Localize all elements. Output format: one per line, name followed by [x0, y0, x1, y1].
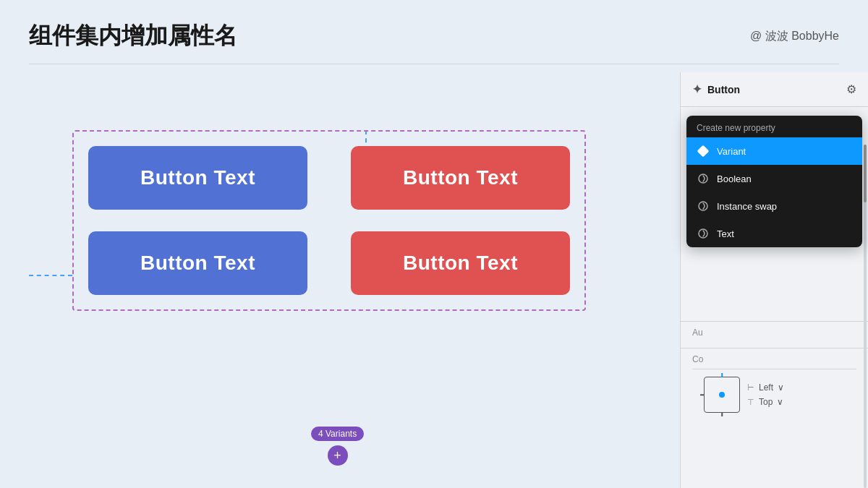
panel-scrollbar[interactable]: [864, 145, 867, 488]
layout-box: [704, 377, 740, 413]
section-co-label: Co: [692, 354, 856, 364]
component-name-label: Button: [707, 84, 740, 95]
header-divider: [29, 64, 839, 64]
dropdown-menu: Create new property Variant Boolean: [686, 116, 862, 247]
panel-scrollbar-thumb: [864, 145, 867, 202]
page-title: 组件集内增加属性名: [29, 20, 237, 52]
button-blue-1[interactable]: Button Text: [88, 146, 307, 210]
component-name-row: ✦ Button: [692, 82, 740, 96]
layout-left-control[interactable]: ⊢ Left ∨: [747, 382, 784, 393]
panel-header: ✦ Button ⚙: [681, 72, 868, 107]
button-red-1[interactable]: Button Text: [351, 146, 570, 210]
layout-center-dot: [719, 392, 725, 398]
top-icon: ⊤: [747, 398, 754, 407]
dropdown-item-variant[interactable]: Variant: [686, 137, 862, 165]
layout-controls: ⊢ Left ∨ ⊤ Top ∨: [692, 369, 856, 420]
top-label: Top: [759, 397, 773, 407]
left-label: Left: [759, 382, 773, 393]
dropdown-item-instance-swap[interactable]: Instance swap: [686, 192, 862, 220]
canvas-area: Button Text Button Text Button Text Butt…: [29, 72, 694, 459]
top-chevron-icon: ∨: [777, 397, 783, 407]
variants-badge: 4 Variants: [311, 427, 364, 441]
component-group: Button Text Button Text Button Text Butt…: [72, 130, 586, 311]
author-label: @ 波波 BobbyHe: [750, 29, 839, 44]
component-icon: ✦: [692, 82, 702, 96]
left-icon: ⊢: [747, 383, 754, 393]
text-icon: [697, 227, 710, 240]
dropdown-title: Create new property: [686, 116, 862, 137]
button-red-2[interactable]: Button Text: [351, 231, 570, 295]
button-blue-2[interactable]: Button Text: [88, 231, 307, 295]
instance-swap-label: Instance swap: [717, 201, 777, 212]
section-au-label: Au: [692, 328, 856, 338]
left-chevron-icon: ∨: [778, 382, 784, 393]
add-variant-button[interactable]: +: [328, 445, 348, 466]
boolean-icon: [697, 172, 710, 185]
boolean-label: Boolean: [717, 174, 752, 184]
layout-controls-right: ⊢ Left ∨ ⊤ Top ∨: [747, 382, 784, 407]
header: 组件集内增加属性名 @ 波波 BobbyHe: [0, 0, 868, 64]
dropdown-item-text[interactable]: Text: [686, 220, 862, 247]
variant-label: Variant: [717, 146, 746, 157]
panel-section-au: Au: [681, 321, 868, 348]
right-panel: ✦ Button ⚙ Properties + ty sta Create ne…: [680, 72, 868, 488]
layout-top-control[interactable]: ⊤ Top ∨: [747, 397, 784, 407]
text-label: Text: [717, 228, 734, 239]
settings-icon[interactable]: ⚙: [846, 82, 856, 96]
diamond-icon: [697, 145, 710, 158]
properties-section: Properties + ty sta Create new property …: [681, 107, 868, 176]
dropdown-item-boolean[interactable]: Boolean: [686, 165, 862, 192]
instance-swap-icon: [697, 200, 710, 213]
dashed-line-left: [29, 275, 72, 276]
variants-badge-container: 4 Variants +: [311, 427, 364, 466]
layout-left-dash: [700, 394, 705, 395]
panel-section-co: Co ⊢ Left ∨ ⊤ Top ∨: [681, 348, 868, 426]
